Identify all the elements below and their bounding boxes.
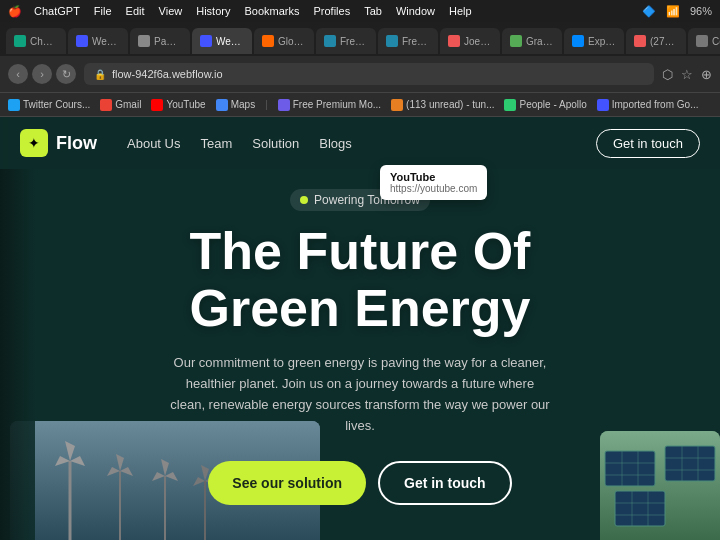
- tab-grass[interactable]: Grass:...: [502, 28, 562, 54]
- tab-chatgpt[interactable]: ChatG...: [6, 28, 66, 54]
- nav-about[interactable]: About Us: [127, 136, 180, 151]
- url-text: flow-942f6a.webflow.io: [112, 68, 223, 80]
- browser-toolbar-icons: ⬡ ☆ ⊕: [662, 67, 712, 82]
- tab-freea[interactable]: Free A...: [378, 28, 438, 54]
- menu-profiles[interactable]: Profiles: [313, 5, 350, 17]
- wifi-icon: 📶: [666, 5, 680, 18]
- tab-pawn[interactable]: Pawn...: [130, 28, 190, 54]
- hero-title: The Future Of Green Energy: [80, 223, 640, 337]
- menu-chatgpt[interactable]: ChatGPT: [34, 5, 80, 17]
- logo-icon: ✦: [20, 129, 48, 157]
- menu-file[interactable]: File: [94, 5, 112, 17]
- see-solution-button[interactable]: See our solution: [208, 461, 366, 505]
- get-in-touch-button[interactable]: Get in touch: [378, 461, 512, 505]
- site-logo: ✦ Flow: [20, 129, 97, 157]
- os-menubar: 🍎 ChatGPT File Edit View History Bookmar…: [0, 0, 720, 22]
- back-button[interactable]: ‹: [8, 64, 28, 84]
- extension-icon-3[interactable]: ⊕: [701, 67, 712, 82]
- nav-bar: ‹ › ↻ 🔒 flow-942f6a.webflow.io ⬡ ☆ ⊕: [0, 56, 720, 92]
- forward-button[interactable]: ›: [32, 64, 52, 84]
- bookmark-youtube[interactable]: YouTube: [151, 99, 205, 111]
- bluetooth-icon: 🔷: [642, 5, 656, 18]
- battery-status: 96%: [690, 5, 712, 17]
- tab-webflow1[interactable]: Webflo...: [68, 28, 128, 54]
- menu-bookmarks[interactable]: Bookmarks: [244, 5, 299, 17]
- bookmark-apollo[interactable]: People - Apollo: [504, 99, 586, 111]
- extension-icon-2[interactable]: ☆: [681, 67, 693, 82]
- nav-buttons: ‹ › ↻: [8, 64, 76, 84]
- nav-blogs[interactable]: Blogs: [319, 136, 352, 151]
- tab-global[interactable]: Globa...: [254, 28, 314, 54]
- os-menu-items: ChatGPT File Edit View History Bookmarks…: [34, 5, 472, 17]
- hero-buttons: See our solution Get in touch: [80, 461, 640, 505]
- youtube-tooltip: YouTube https://youtube.com: [380, 165, 487, 200]
- lock-icon: 🔒: [94, 69, 106, 80]
- bookmark-maps[interactable]: Maps: [216, 99, 255, 111]
- menu-edit[interactable]: Edit: [126, 5, 145, 17]
- hero-description: Our commitment to green energy is paving…: [170, 353, 550, 436]
- hero-section: Powering Tomorrow The Future Of Green En…: [0, 169, 720, 525]
- tab-contr[interactable]: Contr...: [688, 28, 720, 54]
- browser-chrome: ChatG... Webflo... Pawn... Webflo... Glo…: [0, 22, 720, 117]
- site-nav-links: About Us Team Solution Blogs: [127, 136, 596, 151]
- bookmark-imported[interactable]: Imported from Go...: [597, 99, 699, 111]
- tab-joey[interactable]: Joey -...: [440, 28, 500, 54]
- tab-bar: ChatG... Webflo... Pawn... Webflo... Glo…: [0, 22, 720, 56]
- website-content: YouTube https://youtube.com ✦ Flow About…: [0, 117, 720, 540]
- tooltip-title: YouTube: [390, 171, 477, 183]
- hero-title-line2: Green Energy: [189, 279, 530, 337]
- site-nav: ✦ Flow About Us Team Solution Blogs Get …: [0, 117, 720, 169]
- bookmark-twitter[interactable]: Twitter Cours...: [8, 99, 90, 111]
- menu-history[interactable]: History: [196, 5, 230, 17]
- hero-title-line1: The Future Of: [190, 222, 531, 280]
- tab-freef[interactable]: Free Fi...: [316, 28, 376, 54]
- menu-view[interactable]: View: [159, 5, 183, 17]
- bookmark-gmail[interactable]: Gmail: [100, 99, 141, 111]
- reload-button[interactable]: ↻: [56, 64, 76, 84]
- menu-window[interactable]: Window: [396, 5, 435, 17]
- address-bar[interactable]: 🔒 flow-942f6a.webflow.io: [84, 63, 654, 85]
- extension-icon-1[interactable]: ⬡: [662, 67, 673, 82]
- powering-dot: [300, 196, 308, 204]
- tab-273[interactable]: (273)...: [626, 28, 686, 54]
- tooltip-url: https://youtube.com: [390, 183, 477, 194]
- bookmarks-bar: Twitter Cours... Gmail YouTube Maps | Fr…: [0, 92, 720, 116]
- tab-explorer[interactable]: Explori...: [564, 28, 624, 54]
- nav-cta-button[interactable]: Get in touch: [596, 129, 700, 158]
- nav-solution[interactable]: Solution: [252, 136, 299, 151]
- bookmark-premium[interactable]: Free Premium Mo...: [278, 99, 381, 111]
- apple-menu[interactable]: 🍎: [8, 5, 22, 18]
- logo-text: Flow: [56, 133, 97, 154]
- tab-webflow2[interactable]: Webflo...: [192, 28, 252, 54]
- bookmark-tun[interactable]: (113 unread) - tun...: [391, 99, 494, 111]
- menu-help[interactable]: Help: [449, 5, 472, 17]
- menu-tab[interactable]: Tab: [364, 5, 382, 17]
- logo-symbol: ✦: [28, 135, 40, 151]
- nav-team[interactable]: Team: [200, 136, 232, 151]
